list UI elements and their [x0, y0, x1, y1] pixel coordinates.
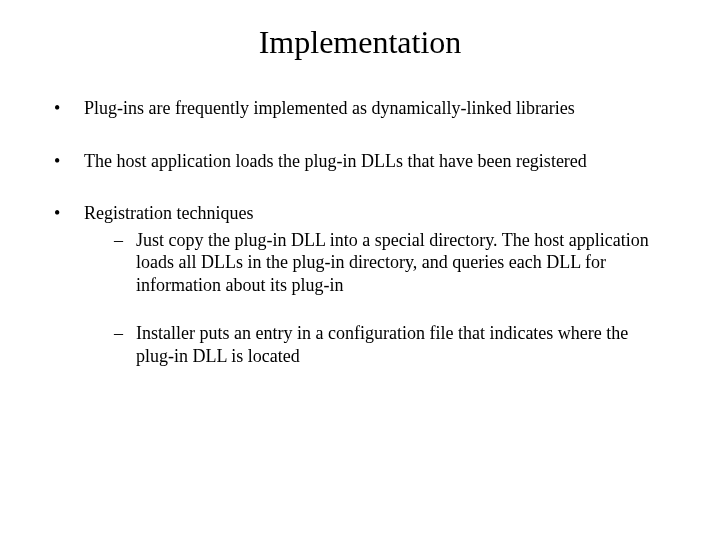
- list-item: Plug-ins are frequently implemented as d…: [50, 97, 670, 120]
- list-item: Registration techniques Just copy the pl…: [50, 202, 670, 367]
- list-item: The host application loads the plug-in D…: [50, 150, 670, 173]
- page-title: Implementation: [40, 24, 680, 61]
- bullet-text: Just copy the plug-in DLL into a special…: [136, 230, 649, 295]
- bullet-text: Installer puts an entry in a configurati…: [136, 323, 628, 366]
- slide: Implementation Plug-ins are frequently i…: [0, 0, 720, 540]
- bullet-text: The host application loads the plug-in D…: [84, 151, 587, 171]
- bullet-text: Registration techniques: [84, 203, 253, 223]
- list-item: Installer puts an entry in a configurati…: [114, 322, 670, 367]
- bullet-list: Plug-ins are frequently implemented as d…: [40, 97, 680, 367]
- sub-bullet-list: Just copy the plug-in DLL into a special…: [84, 229, 670, 368]
- bullet-text: Plug-ins are frequently implemented as d…: [84, 98, 575, 118]
- list-item: Just copy the plug-in DLL into a special…: [114, 229, 670, 297]
